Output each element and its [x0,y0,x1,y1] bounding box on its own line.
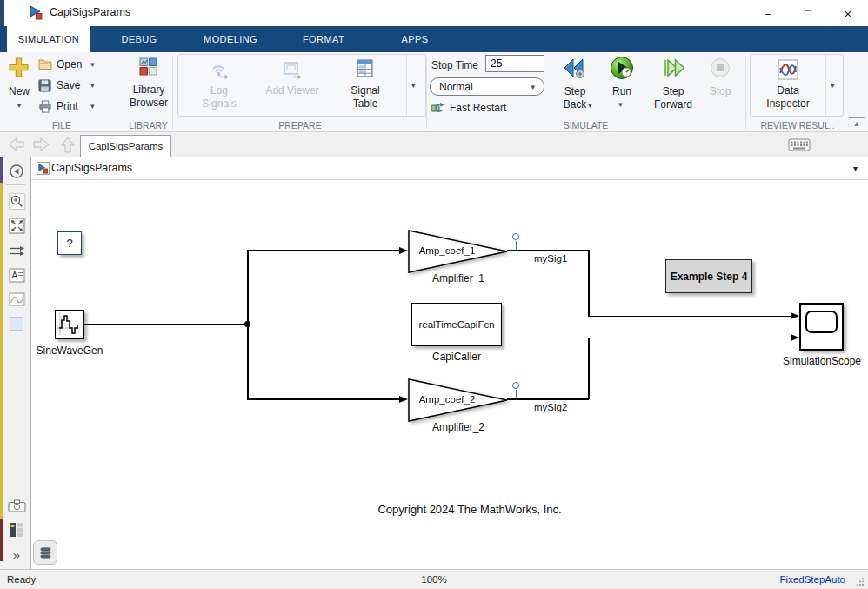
wire-arrowhead [399,247,408,254]
background-window-sliver [0,0,4,26]
screenshot-camera-icon[interactable] [7,496,26,515]
close-button[interactable]: × [828,0,868,26]
new-plus-icon [9,57,29,81]
wire [588,250,590,317]
unknown-block[interactable]: ? [57,231,82,255]
open-button-label: Open [57,58,82,70]
fit-to-view-icon[interactable] [7,216,26,235]
new-button-label: New [3,85,35,97]
run-button[interactable]: Run ▾ [606,54,638,117]
data-inspector-icon [778,59,798,84]
wire [247,250,400,251]
window-controls: – □ × [748,0,868,26]
route-signals-icon[interactable] [7,241,26,260]
library-section-label: LIBRARY [124,120,172,131]
save-floppy-icon [38,79,51,96]
signal-pin-icon[interactable] [512,233,519,240]
zoom-in-icon[interactable] [7,191,26,211]
tab-debug[interactable]: DEBUG [103,26,176,52]
title-bar: CapiSigsParams – □ × [0,0,868,26]
amplifier2-block[interactable]: Amp_coef_2 [408,378,509,423]
signal-table-icon [357,59,373,81]
copyright-annotation: Copyright 2024 The MathWorks, Inc. [377,503,561,516]
resize-grip[interactable] [856,577,865,587]
signal-table-button[interactable]: Signal Table [331,57,399,116]
signal-table-label: Signal Table [338,84,392,110]
save-dropdown-caret-icon: ▾ [90,81,95,90]
collapse-ribbon-button[interactable]: ▴ [849,117,865,129]
stop-icon [710,57,731,82]
solver-link[interactable]: FixedStepAuto [780,574,845,585]
file-section-label: FILE [0,120,124,131]
step-forward-button[interactable]: Step Forward [652,54,694,117]
example-step-annotation[interactable]: Example Step 4 [665,259,752,293]
stop-label: Stop [706,85,734,98]
simulink-model-icon [29,5,43,23]
new-button[interactable]: New ▾ [3,54,35,118]
expand-palette-chevrons[interactable]: » [7,545,26,564]
document-tab[interactable]: CapiSigsParams [80,135,171,157]
mysig1-label[interactable]: mySig1 [534,253,567,264]
section-divider [745,56,746,129]
maximize-button[interactable]: □ [788,0,828,26]
add-viewer-button: Add Viewer [258,57,326,116]
run-icon [610,56,634,84]
navigation-strip: CapiSigsParams [0,132,868,157]
hide-browser-icon[interactable] [7,162,26,181]
model-data-badge-button[interactable] [33,540,57,565]
mysig2-label[interactable]: mySig2 [534,402,567,412]
library-browser-icon [139,57,157,79]
open-button[interactable]: Open ▾ [37,56,120,75]
review-results-group: Data Inspector ▾ [750,54,844,117]
tab-apps[interactable]: APPS [378,26,451,52]
tab-format[interactable]: FORMAT [283,26,364,52]
fast-restart-toggle[interactable]: Fast Restart [431,101,544,117]
capi-caller-block[interactable]: realTimeCapiFcn [411,303,502,346]
library-browser-button[interactable]: Library Browser [125,54,172,118]
print-button[interactable]: Print ▾ [37,97,120,117]
breadcrumb-caret-icon[interactable]: ▾ [853,164,858,173]
breadcrumb-model-name[interactable]: CapiSigsParams [51,162,132,174]
step-back-icon [562,56,586,84]
forward-arrow-icon [33,136,50,157]
amplifier2-gain-text: Amp_coef_2 [416,394,478,405]
annotation-icon[interactable]: A [7,265,26,284]
add-viewer-icon [282,60,303,84]
minimize-button[interactable]: – [748,0,788,26]
amplifier2-label: Amplifier_2 [432,421,484,433]
background-edge-yellow [0,183,3,519]
database-icon [39,546,52,559]
step-back-label: Step Back [559,85,591,111]
wire [588,338,590,399]
fast-restart-label: Fast Restart [450,102,506,114]
area-box-icon[interactable] [7,314,26,333]
amplifier1-block[interactable]: Amp_coef_1 [408,229,509,274]
simulation-mode-select[interactable]: Normal ▾ [430,77,544,96]
keyboard-icon[interactable] [788,138,811,155]
data-inspector-caret-icon[interactable]: ▾ [831,81,835,90]
zoom-level: 100% [0,574,868,585]
save-button-label: Save [57,79,80,91]
model-canvas[interactable]: ? SineWaveGen Amp_coef_1 Amplifier_1 myS… [31,180,868,569]
ribbon-tab-bar: SIMULATION DEBUG MODELING FORMAT APPS ↶ … [0,26,868,52]
simulation-mode-value: Normal [439,81,473,93]
simulation-scope-block[interactable] [799,303,844,351]
save-button[interactable]: Save ▾ [37,77,120,96]
stop-time-input[interactable] [485,55,544,72]
tab-simulation[interactable]: SIMULATION [7,26,90,52]
data-inspector-button[interactable]: Data Inspector [754,57,822,116]
image-annotation-icon[interactable] [7,290,26,309]
signal-pin-icon[interactable] [512,382,519,389]
up-arrow-icon [59,136,77,157]
step-back-button[interactable]: Step Back ▾ [557,54,593,117]
sine-wave-gen-block[interactable] [55,310,84,339]
tab-modeling[interactable]: MODELING [185,26,276,52]
model-browser-icon[interactable] [7,520,26,539]
step-back-caret-icon: ▾ [588,101,592,110]
run-caret-icon: ▾ [618,100,623,109]
log-signals-label: Log Signals [192,84,246,110]
window-title: CapiSigsParams [50,6,130,18]
simulink-window: CapiSigsParams – □ × SIMULATION DEBUG MO… [0,0,868,589]
prepare-more-caret-icon[interactable]: ▾ [411,81,416,90]
sine-wave-icon [56,311,82,337]
